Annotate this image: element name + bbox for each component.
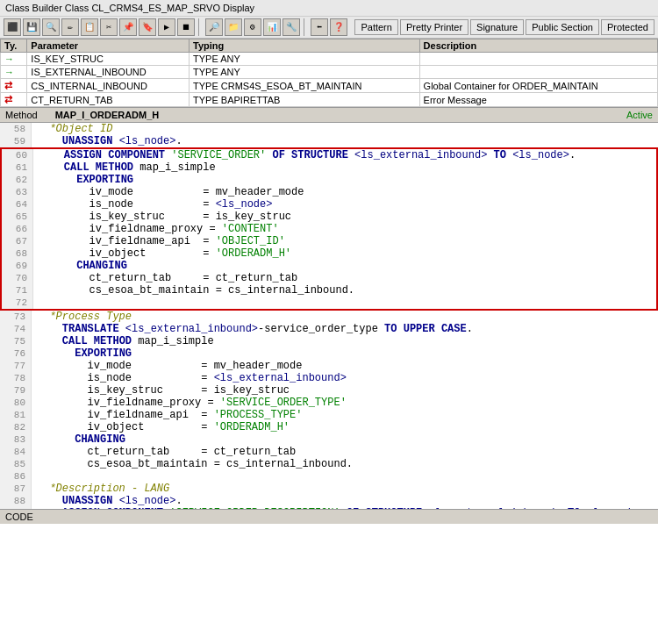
line-number: 88 [0, 495, 32, 507]
code-line[interactable]: 73 *Process Type [0, 311, 658, 323]
line-number: 77 [0, 360, 32, 372]
toolbar-icon-16[interactable]: ⬅ [311, 18, 328, 36]
code-line[interactable]: 75 CALL METHOD map_i_simple [0, 335, 658, 347]
window-title: Class Builder Class CL_CRMS4_ES_MAP_SRVO… [5, 3, 254, 13]
protected-button[interactable]: Protected [601, 19, 654, 35]
line-number: 59 [0, 135, 32, 147]
public-section-button[interactable]: Public Section [526, 19, 599, 35]
line-code: EXPORTING [32, 347, 658, 360]
code-line[interactable]: 89 ASSIGN COMPONENT 'SERVICE_ORDER_DESCR… [0, 507, 658, 509]
line-number: 79 [0, 384, 32, 397]
code-line[interactable]: 83 CHANGING [0, 433, 658, 446]
line-code: TRANSLATE <ls_external_inbound>-service_… [32, 323, 658, 335]
toolbar-icon-4[interactable]: ✏️ [61, 18, 79, 36]
line-code: ASSIGN COMPONENT 'SERVICE_ORDER_DESCRIPT… [32, 507, 658, 509]
toolbar-icon-9[interactable]: ▶ [158, 18, 175, 36]
line-number: 71 [2, 284, 33, 297]
col-parameter: Parameter [27, 39, 190, 53]
toolbar-icon-12[interactable]: 📁 [225, 18, 242, 36]
code-line[interactable]: 74 TRANSLATE <ls_external_inbound>-servi… [0, 323, 658, 335]
code-line[interactable]: 63 iv_mode = mv_header_mode [2, 186, 656, 198]
code-line[interactable]: 76 EXPORTING [0, 347, 658, 360]
line-number: 70 [2, 272, 33, 284]
param-name: IS_KEY_STRUC [27, 53, 190, 66]
toolbar-icon-2[interactable]: 💾 [23, 18, 40, 36]
line-code: is_node = <ls_node> [33, 198, 656, 211]
code-line[interactable]: 88 UNASSIGN <ls_node>. [0, 495, 658, 507]
toolbar-icon-7[interactable]: 📌 [119, 18, 137, 36]
line-code: cs_esoa_bt_maintain = cs_internal_inboun… [33, 284, 656, 297]
code-line[interactable]: 59 UNASSIGN <ls_node>. [0, 135, 658, 147]
toolbar-icon-13[interactable]: ⚙️ [244, 18, 261, 36]
code-line[interactable]: 61 CALL METHOD map_i_simple [2, 161, 656, 174]
line-code: ct_return_tab = ct_return_tab [33, 272, 656, 284]
code-line[interactable]: 58 *Object ID [0, 123, 658, 135]
pattern-button[interactable]: Pattern [354, 19, 397, 35]
line-number: 89 [0, 507, 32, 509]
toolbar-icon-6[interactable]: ✂️ [100, 18, 118, 36]
line-code: is_key_struc = is_key_struc [32, 384, 658, 397]
line-number: 60 [2, 149, 33, 161]
code-line[interactable]: 80 iv_fieldname_proxy = 'SERVICE_ORDER_T… [0, 397, 658, 409]
code-line[interactable]: 69 CHANGING [2, 260, 656, 272]
line-code: CHANGING [33, 260, 656, 272]
toolbar-icon-14[interactable]: 📊 [263, 18, 281, 36]
param-ty: → [1, 53, 27, 66]
line-code: iv_mode = mv_header_mode [33, 186, 656, 198]
line-code: iv_mode = mv_header_mode [32, 360, 658, 372]
toolbar-icon-5[interactable]: 📋 [81, 18, 98, 36]
code-line[interactable]: 86 [0, 470, 658, 483]
toolbar-icon-3[interactable]: 🔍 [42, 18, 60, 36]
code-line[interactable]: 64 is_node = <ls_node> [2, 198, 656, 211]
line-number: 62 [2, 174, 33, 186]
line-code: iv_fieldname_proxy = 'CONTENT' [33, 223, 656, 235]
code-line[interactable]: 62 EXPORTING [2, 174, 656, 186]
code-line[interactable]: 77 iv_mode = mv_header_mode [0, 360, 658, 372]
code-line[interactable]: 66 iv_fieldname_proxy = 'CONTENT' [2, 223, 656, 235]
line-number: 67 [2, 235, 33, 247]
code-line[interactable]: 82 iv_object = 'ORDERADM_H' [0, 421, 658, 433]
line-code: ct_return_tab = ct_return_tab [32, 446, 658, 458]
code-editor[interactable]: 58 *Object ID59 UNASSIGN <ls_node>.60 AS… [0, 123, 658, 509]
line-code: *Process Type [32, 311, 658, 323]
line-number: 68 [2, 247, 33, 260]
code-line[interactable]: 70 ct_return_tab = ct_return_tab [2, 272, 656, 284]
param-row: →IS_EXTERNAL_INBOUNDTYPE ANY [1, 66, 658, 79]
toolbar-icon-11[interactable]: 🔎 [205, 18, 223, 36]
toolbar-icon-8[interactable]: 🔖 [139, 18, 156, 36]
line-number: 83 [0, 433, 32, 446]
code-line[interactable]: 65 is_key_struc = is_key_struc [2, 211, 656, 223]
param-typing: TYPE ANY [190, 66, 420, 79]
code-line[interactable]: 60 ASSIGN COMPONENT 'SERVICE_ORDER' OF S… [2, 149, 656, 161]
toolbar-icon-1[interactable]: ⬛ [4, 18, 21, 36]
code-line[interactable]: 67 iv_fieldname_api = 'OBJECT_ID' [2, 235, 656, 247]
param-name: IS_EXTERNAL_INBOUND [27, 66, 190, 79]
code-line[interactable]: 84 ct_return_tab = ct_return_tab [0, 446, 658, 458]
param-desc: Error Message [419, 93, 657, 107]
code-line[interactable]: 85 cs_esoa_bt_maintain = cs_internal_inb… [0, 458, 658, 470]
code-line[interactable]: 71 cs_esoa_bt_maintain = cs_internal_inb… [2, 284, 656, 297]
param-name: CT_RETURN_TAB [27, 93, 190, 107]
col-description: Description [419, 39, 657, 53]
method-bar: Method MAP_I_ORDERADM_H Active [0, 107, 658, 123]
line-number: 66 [2, 223, 33, 235]
code-line[interactable]: 68 iv_object = 'ORDERADM_H' [2, 247, 656, 260]
signature-button[interactable]: Signature [470, 19, 524, 35]
line-number: 73 [0, 311, 32, 323]
code-line[interactable]: 79 is_key_struc = is_key_struc [0, 384, 658, 397]
line-number: 87 [0, 483, 32, 495]
code-line[interactable]: 72 [2, 297, 656, 309]
line-number: 63 [2, 186, 33, 198]
code-line[interactable]: 78 is_node = <ls_external_inbound> [0, 372, 658, 384]
line-number: 58 [0, 123, 32, 135]
line-code: CALL METHOD map_i_simple [33, 161, 656, 174]
code-line[interactable]: 81 iv_fieldname_api = 'PROCESS_TYPE' [0, 409, 658, 421]
line-number: 80 [0, 397, 32, 409]
title-bar: Class Builder Class CL_CRMS4_ES_MAP_SRVO… [0, 0, 658, 17]
toolbar-icon-17[interactable]: ❓ [330, 18, 347, 36]
pretty-printer-button[interactable]: Pretty Printer [400, 19, 468, 35]
toolbar-icon-15[interactable]: 🔧 [283, 18, 300, 36]
code-line[interactable]: 87 *Description - LANG [0, 483, 658, 495]
toolbar-icon-10[interactable]: ⏹ [177, 18, 195, 36]
param-row: →IS_KEY_STRUCTYPE ANY [1, 53, 658, 66]
